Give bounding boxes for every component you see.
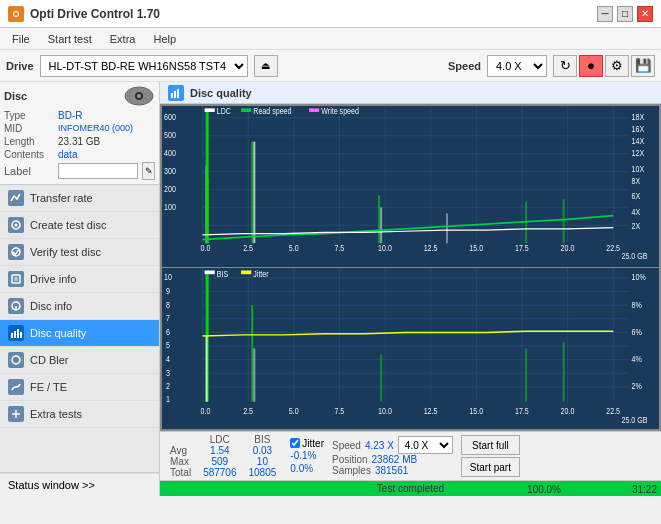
svg-text:8: 8 xyxy=(166,300,170,310)
maximize-button[interactable]: □ xyxy=(617,6,633,22)
type-label: Type xyxy=(4,110,54,121)
svg-text:2.5: 2.5 xyxy=(243,406,253,416)
nav-extra-tests[interactable]: Extra tests xyxy=(0,401,159,428)
start-part-button[interactable]: Start part xyxy=(461,457,520,477)
menu-start-test[interactable]: Start test xyxy=(40,31,100,47)
nav-create-test-disc[interactable]: Create test disc xyxy=(0,212,159,239)
svg-rect-13 xyxy=(14,331,16,338)
close-button[interactable]: ✕ xyxy=(637,6,653,22)
col-empty xyxy=(164,434,197,445)
jitter-checkbox-row: Jitter xyxy=(290,438,324,449)
svg-text:7.5: 7.5 xyxy=(334,406,344,416)
svg-rect-49 xyxy=(563,199,565,243)
svg-text:5.0: 5.0 xyxy=(289,406,299,416)
nav-drive-info[interactable]: Drive info xyxy=(0,266,159,293)
samples-label: Samples xyxy=(332,465,371,476)
svg-text:6X: 6X xyxy=(632,191,641,201)
svg-rect-76 xyxy=(205,108,215,112)
position-value: 23862 MB xyxy=(372,454,418,465)
svg-text:LDC: LDC xyxy=(217,107,232,117)
jitter-checkbox[interactable] xyxy=(290,438,300,448)
nav-cd-bler-label: CD Bler xyxy=(30,354,69,366)
nav-disc-quality-label: Disc quality xyxy=(30,327,86,339)
fe-te-icon xyxy=(8,379,24,395)
window-controls: ─ □ ✕ xyxy=(597,6,653,22)
disc-mid-row: MID INFOMER40 (000) xyxy=(4,123,155,134)
speed-label: Speed xyxy=(448,60,481,72)
samples-value: 381561 xyxy=(375,465,408,476)
menu-help[interactable]: Help xyxy=(145,31,184,47)
label-edit-button[interactable]: ✎ xyxy=(142,162,155,180)
settings-button1[interactable]: ● xyxy=(579,55,603,77)
drive-eject-button[interactable]: ⏏ xyxy=(254,55,278,77)
status-window-label: Status window >> xyxy=(8,479,95,491)
bis-max: 10 xyxy=(243,456,283,467)
svg-text:5.0: 5.0 xyxy=(289,244,299,254)
svg-rect-103 xyxy=(251,305,253,402)
svg-text:Read speed: Read speed xyxy=(253,107,291,117)
menu-file[interactable]: File xyxy=(4,31,38,47)
svg-text:600: 600 xyxy=(164,113,176,123)
progress-label: Test completed xyxy=(377,483,444,494)
status-window-button[interactable]: Status window >> xyxy=(0,473,159,496)
svg-rect-47 xyxy=(378,195,380,243)
start-buttons: Start full Start part xyxy=(461,435,520,477)
drive-select[interactable]: HL-DT-ST BD-RE WH16NS58 TST4 xyxy=(40,55,248,77)
svg-text:10: 10 xyxy=(164,273,172,283)
nav-verify-test-disc-label: Verify test disc xyxy=(30,246,101,258)
charts-area: 600 500 400 300 200 100 18X 16X 14X 12X … xyxy=(160,104,661,431)
svg-text:300: 300 xyxy=(164,166,176,176)
drivebar: Drive HL-DT-ST BD-RE WH16NS58 TST4 ⏏ Spe… xyxy=(0,50,661,82)
nav-items: Transfer rate Create test disc Verify te… xyxy=(0,185,159,428)
svg-point-16 xyxy=(12,356,20,364)
start-full-button[interactable]: Start full xyxy=(461,435,520,455)
status-section: Status window >> xyxy=(0,472,159,496)
svg-text:25.0 GB: 25.0 GB xyxy=(621,251,647,261)
svg-text:400: 400 xyxy=(164,149,176,159)
svg-text:Write speed: Write speed xyxy=(321,107,359,117)
nav-transfer-rate[interactable]: Transfer rate xyxy=(0,185,159,212)
nav-verify-test-disc[interactable]: Verify test disc xyxy=(0,239,159,266)
minimize-button[interactable]: ─ xyxy=(597,6,613,22)
svg-text:0.0: 0.0 xyxy=(201,406,211,416)
svg-text:10%: 10% xyxy=(632,273,646,283)
save-button[interactable]: 💾 xyxy=(631,55,655,77)
nav-extra-tests-label: Extra tests xyxy=(30,408,82,420)
stats-avg-row: Avg 1.54 0.03 xyxy=(164,445,282,456)
progress-bar-container: Test completed 100.0% 31:22 xyxy=(160,480,661,496)
svg-text:18X: 18X xyxy=(632,113,645,123)
refresh-button[interactable]: ↻ xyxy=(553,55,577,77)
nav-disc-quality[interactable]: Disc quality xyxy=(0,320,159,347)
svg-text:22.5: 22.5 xyxy=(606,406,620,416)
svg-text:5: 5 xyxy=(166,341,170,351)
svg-text:4%: 4% xyxy=(632,354,642,364)
settings-button2[interactable]: ⚙ xyxy=(605,55,629,77)
svg-rect-45 xyxy=(207,178,209,244)
speed-info-value: 4.23 X xyxy=(365,440,394,451)
disc-length-row: Length 23.31 GB xyxy=(4,136,155,147)
speed-select[interactable]: 4.0 X xyxy=(487,55,547,77)
nav-cd-bler[interactable]: CD Bler xyxy=(0,347,159,374)
svg-text:500: 500 xyxy=(164,131,176,141)
ldc-avg: 1.54 xyxy=(197,445,242,456)
avg-label: Avg xyxy=(164,445,197,456)
position-label: Position xyxy=(332,454,368,465)
main-area: Disc Type BD-R MID INFOMER40 (000) Lengt… xyxy=(0,82,661,496)
menu-extra[interactable]: Extra xyxy=(102,31,144,47)
speed-select-stats[interactable]: 4.0 X xyxy=(398,436,453,454)
svg-rect-82 xyxy=(162,268,659,429)
drive-info-icon xyxy=(8,271,24,287)
disc-label-row: Label ✎ xyxy=(4,162,155,180)
col-bis: BIS xyxy=(243,434,283,445)
svg-text:15.0: 15.0 xyxy=(469,406,483,416)
speed-info-label: Speed xyxy=(332,440,361,451)
nav-disc-info[interactable]: Disc info xyxy=(0,293,159,320)
svg-rect-22 xyxy=(162,106,659,267)
nav-fe-te[interactable]: FE / TE xyxy=(0,374,159,401)
stats-max-row: Max 509 10 xyxy=(164,456,282,467)
ldc-max: 509 xyxy=(197,456,242,467)
label-input[interactable] xyxy=(58,163,138,179)
length-label: Length xyxy=(4,136,54,147)
svg-text:4: 4 xyxy=(166,354,170,364)
stats-total-row: Total 587706 10805 xyxy=(164,467,282,478)
